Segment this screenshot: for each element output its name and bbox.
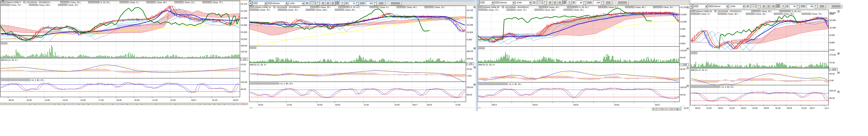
svg-text:( Close, 40 ): ( Close, 40 ) — [155, 1, 166, 4]
svg-text:( Close, 25 ): ( Close, 25 ) — [344, 9, 355, 11]
svg-text:12/06: 12/06 — [289, 2, 294, 4]
svg-text:( Close, 10 ): ( Close, 10 ) — [183, 1, 195, 4]
svg-text:( 14, 3, 80, 20 ): ( 14, 3, 80, 20 ) — [720, 86, 734, 88]
svg-text:1: 1 — [315, 2, 316, 4]
svg-text:03/19: 03/19 — [427, 104, 432, 106]
svg-text:( Close, 75 ): ( Close, 75 ) — [811, 13, 822, 15]
svg-text:18:40: 18:40 — [117, 99, 122, 101]
svg-text:03/14: 03/14 — [532, 104, 538, 106]
svg-text:225mini: 225mini — [713, 5, 720, 7]
svg-text:40.00: 40.00 — [241, 88, 246, 90]
svg-text:30: 30 — [580, 1, 582, 4]
svg-text:12:00: 12:00 — [44, 99, 50, 101]
svg-text:1: 1 — [755, 5, 756, 7]
svg-text:120.00: 120.00 — [680, 49, 687, 52]
svg-text:, 2012/03/09 - 2012/03/19 ): , 2012/03/09 - 2012/03/19 ) — [717, 10, 742, 12]
svg-text:( 9, 26, 52 ): ( 9, 26, 52 ) — [99, 1, 110, 4]
svg-text:( Close, 20 ): ( Close, 20 ) — [548, 6, 559, 8]
svg-text:22:40: 22:40 — [170, 99, 176, 101]
svg-text:( 14, 3, 80, 20 ): ( 14, 3, 80, 20 ) — [507, 83, 522, 85]
svg-text:MACD( 12, 26, 9 ): MACD( 12, 26, 9 ) — [478, 63, 495, 66]
svg-text:( Close, 75 ): ( Close, 75 ) — [10, 4, 21, 6]
svg-text:03/14: 03/14 — [741, 107, 746, 109]
svg-text:( Close, 10 ): ( Close, 10 ) — [433, 6, 445, 8]
svg-text:500: 500 — [370, 2, 373, 4]
svg-text:10,125: 10,125 — [241, 3, 247, 5]
svg-text:10,125: 10,125 — [680, 6, 687, 8]
svg-text:10,005: 10,005 — [680, 20, 687, 23]
svg-text:× 1000: × 1000 — [681, 63, 687, 66]
svg-text:40.00: 40.00 — [680, 94, 685, 96]
svg-text:9,945: 9,945 — [830, 34, 835, 36]
svg-text:T: T — [782, 5, 784, 8]
svg-text:( Close, 75 ): ( Close, 75 ) — [783, 13, 794, 15]
svg-text:225mini: 225mini — [499, 1, 507, 4]
svg-text:16:30: 16:30 — [752, 107, 757, 109]
svg-text:12:00: 12:00 — [287, 104, 292, 106]
svg-text:14:40: 14:40 — [81, 99, 86, 101]
svg-text:10,065: 10,065 — [680, 13, 687, 15]
svg-text:03/10: 03/10 — [695, 107, 700, 109]
svg-text:03/13: 03/13 — [718, 107, 723, 109]
svg-text:225mini: 225mini — [272, 2, 280, 4]
svg-text:( Close, 5 ): ( Close, 5 ) — [607, 6, 617, 8]
svg-text:20:00: 20:00 — [317, 104, 322, 106]
svg-text:9,885: 9,885 — [680, 35, 685, 37]
svg-text:10,045: 10,045 — [467, 24, 473, 26]
svg-text:MACD( 12, 26, 9 ): MACD( 12, 26, 9 ) — [1, 59, 18, 61]
svg-text:10,045: 10,045 — [241, 31, 247, 33]
svg-text:03/13: 03/13 — [492, 104, 497, 106]
svg-text:500: 500 — [597, 1, 600, 4]
svg-text:12/06: 12/06 — [730, 5, 735, 7]
svg-text:16:3: 16:3 — [825, 107, 829, 109]
svg-text:10,005: 10,005 — [467, 31, 473, 34]
svg-text:( 9, 26, 52 ): ( 9, 26, 52 ) — [578, 6, 588, 8]
svg-text:0.00: 0.00 — [680, 77, 684, 79]
svg-text:15: 15 — [353, 2, 355, 4]
svg-text:03/17: 03/17 — [412, 104, 417, 106]
svg-text:13:20: 13:20 — [63, 99, 68, 101]
svg-text:× 1000: × 1000 — [830, 68, 836, 71]
svg-text:( 9, 26, 52 ): ( 9, 26, 52 ) — [349, 6, 360, 8]
svg-text:× 100: × 100 — [241, 58, 246, 60]
svg-text:125.00: 125.00 — [241, 50, 247, 53]
svg-text:T: T — [569, 1, 570, 4]
svg-text:( Close, 25 ): ( Close, 25 ) — [67, 4, 78, 6]
svg-text:17:20: 17:20 — [98, 99, 104, 101]
svg-text:@: @ — [677, 108, 678, 110]
svg-text:( Close, 75 ): ( Close, 75 ) — [487, 9, 499, 11]
svg-text:T: T — [342, 2, 343, 5]
svg-text:03/16: 03/16 — [614, 104, 619, 106]
svg-text:( Close, 150 ): ( Close, 150 ) — [543, 9, 556, 11]
svg-text:50.00: 50.00 — [680, 56, 685, 59]
svg-text:( Close, 5 ): ( Close, 5 ) — [700, 13, 710, 15]
svg-text:10,105: 10,105 — [241, 10, 247, 12]
svg-text:03/15: 03/15 — [258, 104, 263, 106]
svg-text:( Close, 5 ): ( Close, 5 ) — [129, 1, 138, 4]
svg-text:( Close, 75 ): ( Close, 75 ) — [515, 9, 527, 11]
svg-text:15.50: 15.50 — [467, 68, 472, 70]
svg-text:16:30: 16:30 — [775, 107, 780, 109]
svg-text:( Close, 150 ): ( Close, 150 ) — [315, 9, 327, 11]
svg-text:12:00: 12:00 — [455, 104, 461, 106]
svg-text:16:30: 16:30 — [801, 107, 807, 109]
svg-text:03/17: 03/17 — [191, 99, 196, 101]
svg-text:( Close, 40 ): ( Close, 40 ) — [634, 6, 645, 8]
svg-text:40.00: 40.00 — [680, 68, 685, 70]
svg-text:225mini 12/06( 15: 225mini 12/06( 15 — [254, 6, 271, 8]
svg-text:200.00: 200.00 — [467, 58, 473, 60]
svg-text:( 9, 26, 52 ): ( 9, 26, 52 ) — [790, 10, 801, 12]
svg-text:( Close, 150 ): ( Close, 150 ) — [38, 4, 50, 6]
svg-text:10:40: 10:40 — [27, 99, 32, 101]
svg-text:( Close, 20 ): ( Close, 20 ) — [760, 10, 772, 12]
svg-text:9,825: 9,825 — [830, 49, 835, 51]
svg-text:21:20: 21:20 — [152, 99, 158, 101]
svg-text:( Close, 25 ): ( Close, 25 ) — [572, 9, 584, 11]
svg-text:( Close, 40 ): ( Close, 40 ) — [727, 13, 738, 15]
svg-text:03/17: 03/17 — [655, 104, 660, 106]
svg-text:( Close, 75 ): ( Close, 75 ) — [287, 9, 298, 11]
svg-text:( Close, 10 ): ( Close, 10 ) — [755, 13, 766, 15]
svg-text:, 2012/03/09 - 2012/03/19 ): , 2012/03/09 - 2012/03/19 ) — [504, 6, 529, 8]
svg-text:( Close, 10 ): ( Close, 10 ) — [662, 6, 673, 8]
svg-text:16:30: 16:30 — [683, 107, 689, 109]
